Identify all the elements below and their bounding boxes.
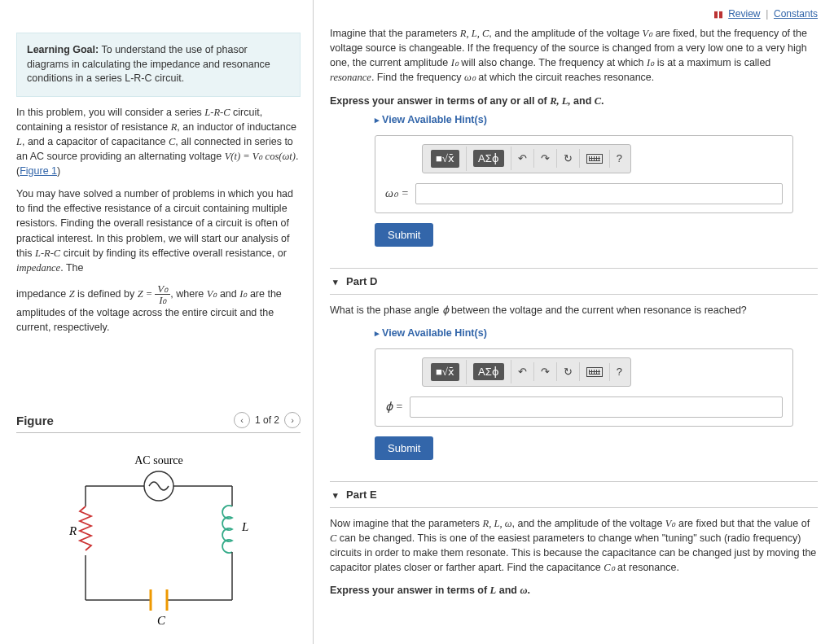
part-d-header[interactable]: Part D <box>330 268 818 295</box>
redo-button[interactable]: ↷ <box>534 362 557 381</box>
help-button[interactable]: ? <box>610 149 629 168</box>
figure-counter: 1 of 2 <box>255 414 279 426</box>
templates-button[interactable]: ■√x̄ <box>424 147 467 171</box>
svg-text:L: L <box>241 520 248 533</box>
answer-toolbar: ■√x̄ ΑΣϕ ↶ ↷ ↻ ? <box>422 144 631 173</box>
reset-button[interactable]: ↻ <box>557 362 580 381</box>
review-link[interactable]: Review <box>728 8 760 20</box>
figure-next-button[interactable]: › <box>284 412 301 428</box>
keyboard-icon <box>586 154 603 164</box>
intro-p2: You may have solved a number of problems… <box>16 186 301 275</box>
undo-button[interactable]: ↶ <box>511 362 534 381</box>
svg-text:AC source: AC source <box>134 454 183 467</box>
part-e-prompt: Now imagine that the parameters R, L, ω,… <box>330 516 818 576</box>
intro-p1: In this problem, you will consider a ser… <box>16 105 301 179</box>
part-d-answer-box: ■√x̄ ΑΣϕ ↶ ↷ ↻ ? ϕ = <box>375 348 793 427</box>
left-panel: Learning Goal: To understand the use of … <box>0 0 314 644</box>
part-d-prompt: What is the phase angle ϕ between the vo… <box>330 303 818 318</box>
right-panel: ▮▮ Review | Constants Imagine that the p… <box>314 0 834 644</box>
figure-prev-button[interactable]: ‹ <box>234 412 250 428</box>
keyboard-button[interactable] <box>580 150 610 168</box>
svg-text:R: R <box>68 524 77 537</box>
keyboard-button[interactable] <box>580 363 610 381</box>
book-icon: ▮▮ <box>713 9 723 20</box>
part-d-answer-input[interactable] <box>410 396 783 418</box>
greek-button[interactable]: ΑΣϕ <box>467 147 511 170</box>
part-c-express: Express your answer in terms of any or a… <box>330 95 818 107</box>
figure-1-link[interactable]: Figure 1 <box>20 165 57 177</box>
svg-text:C: C <box>157 614 166 627</box>
templates-button[interactable]: ■√x̄ <box>424 360 467 384</box>
part-d-submit-button[interactable]: Submit <box>375 436 433 460</box>
top-links: ▮▮ Review | Constants <box>330 8 818 20</box>
part-c-prompt: Imagine that the parameters R, L, C, and… <box>330 26 818 85</box>
constants-link[interactable]: Constants <box>774 8 818 20</box>
figure-header: Figure ‹ 1 of 2 › <box>16 408 301 433</box>
part-e-express: Express your answer in terms of L and ω. <box>330 585 818 597</box>
help-button[interactable]: ? <box>610 362 629 381</box>
undo-button[interactable]: ↶ <box>511 149 534 168</box>
intro-p3: impedance Z is defined by Z = V₀I₀, wher… <box>16 283 301 335</box>
circuit-diagram: AC source R L C <box>37 449 281 629</box>
part-d-var-label: ϕ = <box>385 400 403 414</box>
part-c-answer-input[interactable] <box>415 183 783 204</box>
part-c-answer-box: ■√x̄ ΑΣϕ ↶ ↷ ↻ ? ω₀ = <box>375 135 793 213</box>
keyboard-icon <box>586 367 603 377</box>
part-e-header[interactable]: Part E <box>330 481 818 508</box>
learning-goal-title: Learning Goal: <box>27 44 99 55</box>
part-c-hints-toggle[interactable]: View Available Hint(s) <box>375 114 818 125</box>
learning-goal-box: Learning Goal: To understand the use of … <box>16 33 301 97</box>
reset-button[interactable]: ↻ <box>557 149 580 168</box>
redo-button[interactable]: ↷ <box>534 149 557 168</box>
greek-button[interactable]: ΑΣϕ <box>467 360 511 383</box>
figure-title: Figure <box>16 414 54 427</box>
part-c-submit-button[interactable]: Submit <box>375 223 433 247</box>
part-c-var-label: ω₀ = <box>385 186 409 200</box>
answer-toolbar-d: ■√x̄ ΑΣϕ ↶ ↷ ↻ ? <box>422 357 631 387</box>
part-d-hints-toggle[interactable]: View Available Hint(s) <box>375 327 818 339</box>
